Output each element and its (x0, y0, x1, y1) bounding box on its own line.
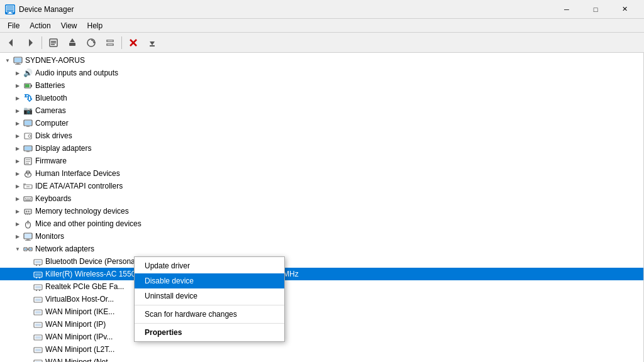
svg-rect-48 (26, 186, 30, 187)
title-bar: Device Manager ─ □ ✕ (0, 0, 644, 19)
svg-rect-79 (36, 277, 37, 278)
menu-file[interactable]: File (3, 19, 25, 32)
tree-item-memory-tech[interactable]: ▶ Memory technology devices (0, 205, 643, 217)
mice-icon (23, 219, 33, 229)
svg-rect-10 (69, 43, 75, 46)
ctx-properties[interactable]: Properties (135, 325, 284, 340)
tree-label-keyboards: Keyboards (35, 194, 71, 203)
svg-rect-25 (15, 64, 21, 65)
ctx-separator-1 (135, 305, 284, 305)
toolbar-sep-2 (121, 36, 122, 49)
tree-arrow-disk-drives[interactable]: ▶ (13, 131, 23, 141)
close-button[interactable]: ✕ (610, 0, 639, 19)
tree-arrow-bluetooth[interactable]: ▶ (13, 93, 23, 103)
ctx-scan-hardware[interactable]: Scan for hardware changes (135, 307, 284, 322)
tree-item-batteries[interactable]: ▶ Batteries (0, 79, 643, 92)
tree-item-hid[interactable]: ▶ Human Interface Devices (0, 167, 643, 180)
tree-item-wan-ipv[interactable]: WAN Miniport (IPv... (0, 331, 643, 343)
tree-item-wan-ip[interactable]: WAN Miniport (IP) (0, 318, 643, 331)
tree-item-virtualbox[interactable]: VirtualBox Host-Or... (0, 293, 643, 305)
tree-item-killer-wireless[interactable]: Killer(R) Wireless-AC 1550i Wireless Net… (0, 268, 643, 280)
tree-item-keyboards[interactable]: ▶ Keyboards (0, 192, 643, 205)
tree-label-wan-ip: WAN Miniport (IP) (45, 320, 106, 329)
ctx-uninstall-device[interactable]: Uninstall device (135, 288, 284, 304)
svg-rect-67 (25, 240, 31, 241)
menu-view[interactable]: View (56, 19, 82, 32)
ctx-disable-device[interactable]: Disable device (135, 273, 284, 288)
rollback-button[interactable] (101, 35, 119, 51)
tree-item-bluetooth[interactable]: ▶ ⮷ Bluetooth (0, 92, 643, 104)
tree-root-label: SYDNEY-AORUS (25, 56, 85, 65)
disk-drives-icon (23, 131, 33, 141)
tree-arrow-memory-tech[interactable]: ▶ (13, 206, 23, 216)
tree-arrow-firmware[interactable]: ▶ (13, 156, 23, 166)
svg-rect-34 (25, 138, 28, 139)
uninstall-button[interactable] (125, 35, 142, 51)
svg-rect-30 (25, 121, 31, 125)
tree-item-wan-l2t[interactable]: WAN Miniport (L2T... (0, 343, 643, 356)
tree-item-bt-pan[interactable]: Bluetooth Device (Personal Area Network) (0, 255, 643, 268)
svg-rect-1 (9, 12, 11, 13)
svg-rect-83 (36, 290, 37, 291)
tree-arrow-network-adapters[interactable]: ▼ (13, 244, 23, 254)
svg-rect-24 (16, 63, 19, 64)
minimize-button[interactable]: ─ (552, 0, 581, 19)
spacer-wan-ipv (23, 332, 33, 342)
tree-label-bluetooth: Bluetooth (35, 94, 67, 102)
forward-button[interactable] (21, 35, 39, 51)
tree-arrow-monitors[interactable]: ▶ (13, 231, 23, 241)
download-button[interactable] (143, 35, 161, 51)
tree-item-wan-ike[interactable]: WAN Miniport (IKE... (0, 305, 643, 318)
ctx-scan-hardware-label: Scan for hardware changes (145, 310, 237, 319)
tree-item-network-adapters[interactable]: ▼ Network adapters (0, 243, 643, 255)
svg-rect-55 (26, 211, 27, 212)
tree-label-memory-tech: Memory technology devices (35, 207, 129, 216)
tree-arrow-computer[interactable]: ▶ (13, 118, 23, 128)
svg-rect-31 (26, 126, 30, 127)
spacer-wan-l2t (23, 344, 33, 354)
tree-item-monitors[interactable]: ▶ Monitors (0, 230, 643, 243)
tree-root[interactable]: ▼ SYDNEY-AORUS (0, 54, 643, 67)
tree-arrow-cameras[interactable]: ▶ (13, 106, 23, 116)
spacer-realtek (23, 282, 33, 292)
tree-item-audio[interactable]: ▶ 🔊 Audio inputs and outputs (0, 67, 643, 79)
svg-rect-92 (35, 336, 41, 339)
maximize-button[interactable]: □ (581, 0, 610, 19)
tree-item-mice[interactable]: ▶ Mice and other pointing devices (0, 217, 643, 230)
tree-label-network-adapters: Network adapters (35, 244, 94, 253)
tree-label-wan-ike: WAN Miniport (IKE... (45, 307, 114, 316)
tree-arrow-mice[interactable]: ▶ (13, 219, 23, 229)
tree-arrow-keyboards[interactable]: ▶ (13, 194, 23, 204)
update-driver-button[interactable] (64, 35, 81, 51)
svg-rect-40 (26, 161, 30, 162)
menu-action[interactable]: Action (25, 19, 55, 32)
tree-panel[interactable]: ▼ SYDNEY-AORUS ▶ 🔊 Audio inputs and outp… (0, 53, 644, 362)
tree-label-realtek: Realtek PCIe GbE Fa... (45, 282, 124, 291)
tree-item-firmware[interactable]: ▶ Firmware (0, 155, 643, 167)
tree-arrow-hid[interactable]: ▶ (13, 168, 23, 178)
tree-item-wan-net[interactable]: WAN Miniport (Net... (0, 356, 643, 362)
tree-item-disk-drives[interactable]: ▶ Disk drives (0, 129, 643, 142)
network-card-icon-wan-ipv (33, 332, 43, 342)
svg-rect-65 (25, 234, 31, 238)
tree-item-display-adapters[interactable]: ▶ Display adapters (0, 142, 643, 155)
tree-arrow-display-adapters[interactable]: ▶ (13, 143, 23, 153)
tree-root-arrow[interactable]: ▼ (3, 55, 13, 65)
network-card-icon-wan-net (33, 357, 43, 362)
tree-arrow-ide[interactable]: ▶ (13, 181, 23, 191)
ctx-update-driver[interactable]: Update driver (135, 258, 284, 273)
ctx-properties-label: Properties (145, 328, 182, 337)
toolbar (0, 33, 644, 53)
scan-button[interactable] (82, 35, 100, 51)
batteries-icon (23, 80, 33, 90)
back-button[interactable] (3, 35, 20, 51)
tree-item-computer[interactable]: ▶ Computer (0, 117, 643, 129)
tree-arrow-batteries[interactable]: ▶ (13, 80, 23, 90)
tree-item-ide[interactable]: ▶ IDE ATA/ATAPI controllers (0, 180, 643, 192)
tree-label-audio: Audio inputs and outputs (35, 69, 118, 77)
tree-item-realtek[interactable]: Realtek PCIe GbE Fa... (0, 280, 643, 293)
tree-item-cameras[interactable]: ▶ 📷 Cameras (0, 104, 643, 117)
menu-help[interactable]: Help (82, 19, 108, 32)
tree-arrow-audio[interactable]: ▶ (13, 68, 23, 78)
properties-button[interactable] (45, 35, 62, 51)
